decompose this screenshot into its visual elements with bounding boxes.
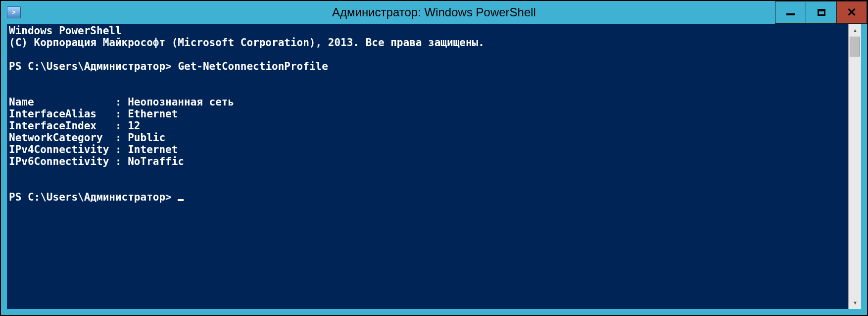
scroll-track[interactable] — [849, 37, 861, 296]
scroll-thumb[interactable] — [850, 37, 860, 56]
banner-line: Windows PowerShell — [9, 25, 122, 37]
minimize-button[interactable] — [775, 1, 806, 24]
output-line: NetworkCategory : Public — [9, 132, 165, 144]
prompt: PS C:\Users\Администратор> — [9, 191, 178, 203]
close-button[interactable]: ✕ — [836, 1, 867, 24]
titlebar[interactable]: Администратор: Windows PowerShell ✕ — [1, 1, 867, 24]
output-line: Name : Неопознанная сеть — [9, 96, 234, 108]
window-title: Администратор: Windows PowerShell — [1, 5, 867, 19]
command-text: Get-NetConnectionProfile — [178, 60, 328, 72]
window-controls: ✕ — [775, 1, 867, 24]
output-line: IPv6Connectivity : NoTraffic — [9, 156, 184, 167]
console-output[interactable]: Windows PowerShell (C) Корпорация Майкро… — [7, 24, 848, 309]
cursor — [178, 199, 184, 201]
output-line: IPv4Connectivity : Internet — [9, 144, 178, 156]
maximize-button[interactable] — [806, 1, 836, 24]
banner-line: (C) Корпорация Майкрософт (Microsoft Cor… — [9, 37, 484, 49]
client-area: Windows PowerShell (C) Корпорация Майкро… — [7, 24, 861, 309]
powershell-window: Администратор: Windows PowerShell ✕ Wind… — [1, 1, 867, 315]
prompt: PS C:\Users\Администратор> — [9, 60, 178, 72]
scroll-down-button[interactable]: ▾ — [849, 296, 861, 309]
vertical-scrollbar[interactable]: ▴ ▾ — [848, 24, 861, 309]
output-line: InterfaceAlias : Ethernet — [9, 108, 178, 120]
scroll-up-button[interactable]: ▴ — [849, 24, 861, 37]
output-line: InterfaceIndex : 12 — [9, 120, 141, 132]
powershell-icon — [7, 6, 21, 18]
